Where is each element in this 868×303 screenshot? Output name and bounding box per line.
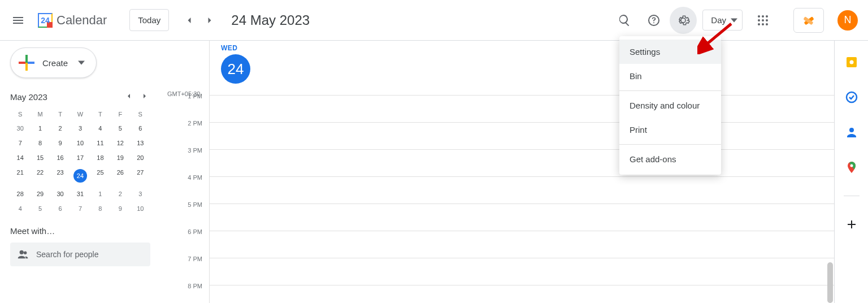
search-button[interactable] bbox=[611, 7, 638, 34]
settings-button[interactable] bbox=[670, 7, 697, 34]
mini-day-cell[interactable]: 23 bbox=[50, 165, 70, 187]
mini-day-cell[interactable]: 1 bbox=[90, 187, 110, 201]
search-icon bbox=[618, 14, 631, 27]
mini-day-cell[interactable]: 31 bbox=[70, 187, 90, 201]
day-number-badge: 24 bbox=[221, 54, 250, 84]
mini-day-cell[interactable]: 12 bbox=[110, 136, 130, 150]
mini-day-cell[interactable]: 3 bbox=[70, 121, 90, 136]
keep-button[interactable] bbox=[845, 55, 858, 69]
plus-icon bbox=[19, 55, 34, 71]
svg-point-2 bbox=[766, 15, 768, 18]
calendar-logo-icon: 24 bbox=[34, 9, 57, 32]
prev-day-button[interactable] bbox=[179, 10, 199, 31]
mini-day-cell[interactable]: 7 bbox=[70, 201, 90, 216]
mini-day-cell[interactable]: 4 bbox=[90, 121, 110, 136]
hour-slot[interactable] bbox=[210, 95, 834, 122]
extension-button[interactable] bbox=[793, 8, 824, 33]
mini-day-cell[interactable]: 10 bbox=[131, 201, 150, 216]
search-people-input[interactable]: Search for people bbox=[10, 243, 150, 266]
day-column[interactable]: WED 24 bbox=[209, 41, 834, 303]
mini-day-cell[interactable]: 8 bbox=[30, 136, 50, 150]
mini-prev-month-button[interactable] bbox=[124, 92, 134, 102]
mini-day-cell[interactable]: 1 bbox=[30, 121, 50, 136]
settings-menu-density[interactable]: Density and colour bbox=[619, 93, 721, 118]
hour-slot[interactable] bbox=[210, 149, 834, 176]
mini-day-cell[interactable]: 24 bbox=[70, 165, 90, 187]
mini-day-cell[interactable]: 11 bbox=[90, 136, 110, 150]
mini-day-cell[interactable]: 9 bbox=[110, 201, 130, 216]
next-day-button[interactable] bbox=[199, 10, 220, 31]
settings-menu-bin[interactable]: Bin bbox=[619, 64, 721, 88]
mini-day-cell[interactable]: 25 bbox=[90, 165, 110, 187]
mini-dow: T bbox=[50, 107, 70, 121]
svg-point-6 bbox=[758, 23, 760, 25]
mini-day-cell[interactable]: 27 bbox=[131, 165, 150, 187]
mini-dow: M bbox=[30, 107, 50, 121]
mini-day-cell[interactable]: 6 bbox=[131, 121, 150, 136]
settings-menu-addons[interactable]: Get add-ons bbox=[619, 147, 721, 171]
mini-day-cell[interactable]: 28 bbox=[10, 187, 30, 201]
mini-day-cell[interactable]: 20 bbox=[131, 150, 150, 165]
day-view: GMT+05:30 1 PM2 PM3 PM4 PM5 PM6 PM7 PM8 … bbox=[158, 41, 834, 303]
day-of-week-label: WED bbox=[221, 44, 238, 52]
mini-dow: T bbox=[90, 107, 110, 121]
mini-day-cell[interactable]: 7 bbox=[10, 136, 30, 150]
mini-day-cell[interactable]: 13 bbox=[131, 136, 150, 150]
mini-day-cell[interactable]: 9 bbox=[50, 136, 70, 150]
mini-day-cell[interactable]: 6 bbox=[50, 201, 70, 216]
main-menu-button[interactable] bbox=[5, 7, 32, 34]
mini-day-cell[interactable]: 29 bbox=[30, 187, 50, 201]
mini-day-cell[interactable]: 3 bbox=[131, 187, 150, 201]
mini-day-cell[interactable]: 4 bbox=[10, 201, 30, 216]
hour-slot[interactable] bbox=[210, 122, 834, 149]
contacts-button[interactable] bbox=[845, 125, 858, 139]
people-icon bbox=[17, 248, 29, 261]
support-button[interactable] bbox=[640, 7, 667, 34]
mini-next-month-button[interactable] bbox=[140, 92, 150, 102]
mini-day-cell[interactable]: 18 bbox=[90, 150, 110, 165]
hour-slot[interactable] bbox=[210, 258, 834, 285]
create-button[interactable]: Create bbox=[10, 47, 97, 78]
mini-day-cell[interactable]: 16 bbox=[50, 150, 70, 165]
gear-icon bbox=[676, 14, 690, 27]
tasks-icon bbox=[845, 90, 858, 104]
hour-slot[interactable] bbox=[210, 231, 834, 258]
mini-day-cell[interactable]: 21 bbox=[10, 165, 30, 187]
mini-day-cell[interactable]: 14 bbox=[10, 150, 30, 165]
google-apps-button[interactable] bbox=[749, 7, 776, 34]
mini-day-cell[interactable]: 2 bbox=[110, 187, 130, 201]
mini-day-cell[interactable]: 22 bbox=[30, 165, 50, 187]
mini-day-cell[interactable]: 30 bbox=[50, 187, 70, 201]
get-addons-button[interactable] bbox=[845, 218, 858, 231]
apps-grid-icon bbox=[756, 14, 770, 27]
hour-slot[interactable] bbox=[210, 176, 834, 204]
search-people-placeholder: Search for people bbox=[36, 250, 99, 259]
mini-day-cell[interactable]: 26 bbox=[110, 165, 130, 187]
mini-day-cell[interactable]: 10 bbox=[70, 136, 90, 150]
mini-day-cell[interactable]: 2 bbox=[50, 121, 70, 136]
mini-day-cell[interactable]: 17 bbox=[70, 150, 90, 165]
hour-slot[interactable] bbox=[210, 204, 834, 231]
account-avatar[interactable]: N bbox=[837, 10, 858, 31]
mini-day-cell[interactable]: 15 bbox=[30, 150, 50, 165]
app-logo[interactable]: 24 Calendar bbox=[34, 9, 107, 32]
settings-menu-settings[interactable]: Settings bbox=[619, 40, 721, 64]
hour-slot[interactable] bbox=[210, 285, 834, 303]
mini-day-cell[interactable]: 8 bbox=[90, 201, 110, 216]
view-selector-button[interactable]: Day bbox=[702, 10, 743, 31]
maps-button[interactable] bbox=[845, 161, 858, 174]
scrollbar-thumb[interactable] bbox=[827, 262, 833, 303]
hour-label: 3 PM bbox=[158, 147, 209, 174]
settings-menu: Settings Bin Density and colour Print Ge… bbox=[619, 36, 721, 175]
chevron-left-icon bbox=[124, 92, 133, 101]
view-selector-label: Day bbox=[711, 15, 726, 25]
mini-day-cell[interactable]: 19 bbox=[110, 150, 130, 165]
mini-day-cell[interactable]: 30 bbox=[10, 121, 30, 136]
settings-menu-print[interactable]: Print bbox=[619, 118, 721, 142]
mini-day-cell[interactable]: 5 bbox=[30, 201, 50, 216]
tasks-button[interactable] bbox=[845, 90, 858, 104]
svg-point-5 bbox=[766, 19, 768, 21]
mini-day-cell[interactable]: 5 bbox=[110, 121, 130, 136]
today-button[interactable]: Today bbox=[129, 9, 169, 31]
app-title: Calendar bbox=[57, 13, 107, 28]
